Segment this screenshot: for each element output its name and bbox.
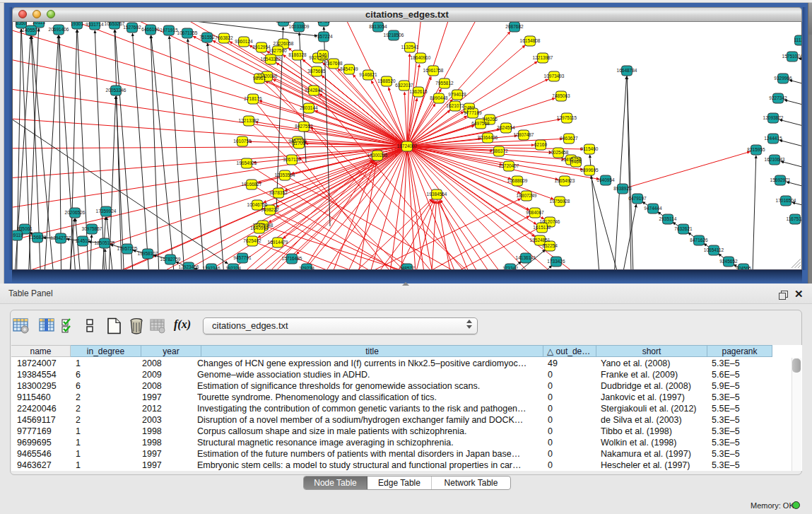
svg-text:85435: 85435 (317, 22, 330, 23)
svg-text:9327500: 9327500 (269, 48, 287, 53)
svg-text:2718176: 2718176 (244, 96, 262, 101)
svg-text:7955812: 7955812 (435, 81, 454, 86)
svg-text:192324: 192324 (225, 266, 241, 270)
svg-text:9084067: 9084067 (526, 210, 544, 215)
svg-text:19524851: 19524851 (530, 238, 551, 243)
svg-text:12213382: 12213382 (239, 118, 259, 123)
svg-text:16543382: 16543382 (261, 57, 281, 62)
svg-text:6899695: 6899695 (580, 168, 599, 173)
svg-text:9245652: 9245652 (719, 259, 738, 264)
svg-text:9360124: 9360124 (235, 39, 253, 44)
svg-text:9464: 9464 (571, 159, 582, 164)
svg-text:19654923: 19654923 (555, 178, 575, 183)
svg-text:7386372: 7386372 (490, 148, 508, 153)
svg-text:8938923: 8938923 (613, 186, 632, 191)
svg-text:8912954: 8912954 (252, 45, 271, 49)
svg-text:23226058: 23226058 (273, 41, 294, 46)
svg-text:2087682: 2087682 (505, 24, 524, 29)
svg-text:1156829: 1156829 (29, 235, 47, 240)
svg-text:7632621: 7632621 (674, 226, 693, 231)
svg-text:9794028: 9794028 (448, 92, 466, 97)
svg-text:8454749: 8454749 (340, 66, 358, 71)
svg-text:30975867: 30975867 (82, 226, 102, 231)
svg-text:114519: 114519 (75, 238, 90, 243)
svg-text:10653267: 10653267 (105, 22, 125, 26)
svg-text:62160: 62160 (534, 142, 547, 147)
svg-text:1640954: 1640954 (596, 177, 615, 182)
svg-text:948577: 948577 (399, 266, 415, 270)
svg-text:15692971: 15692971 (770, 177, 791, 182)
svg-text:20691406: 20691406 (49, 27, 69, 32)
svg-text:6479197: 6479197 (628, 196, 647, 201)
svg-text:16120746: 16120746 (540, 219, 560, 224)
svg-text:10046756: 10046756 (247, 202, 268, 207)
svg-text:1527602: 1527602 (123, 25, 141, 30)
svg-text:1733426: 1733426 (547, 259, 565, 264)
svg-text:6497568: 6497568 (471, 121, 490, 126)
svg-text:15720407: 15720407 (499, 163, 519, 168)
svg-text:1640994: 1640994 (250, 226, 269, 230)
svg-text:751552: 751552 (199, 35, 215, 40)
svg-text:12093872: 12093872 (763, 115, 784, 120)
svg-text:18300295: 18300295 (367, 153, 388, 158)
svg-text:19218506: 19218506 (384, 33, 404, 37)
svg-text:9227342: 9227342 (769, 95, 787, 100)
svg-text:15751074: 15751074 (782, 54, 802, 59)
svg-text:9329966: 9329966 (774, 76, 792, 81)
svg-text:9242848: 9242848 (305, 88, 323, 93)
svg-text:9463627: 9463627 (560, 136, 578, 141)
svg-text:11700: 11700 (293, 141, 305, 146)
svg-text:7663822: 7663822 (215, 35, 233, 40)
svg-text:3624554: 3624554 (497, 125, 515, 130)
svg-text:14136141: 14136141 (516, 255, 536, 260)
svg-text:20053346: 20053346 (106, 88, 126, 93)
svg-text:7485063: 7485063 (552, 93, 570, 98)
svg-text:835061: 835061 (17, 226, 33, 231)
svg-text:9457791: 9457791 (233, 255, 252, 260)
svg-text:1071915: 1071915 (160, 28, 178, 33)
svg-text:16033809: 16033809 (289, 24, 310, 29)
svg-text:12923466: 12923466 (179, 264, 199, 269)
svg-text:17359924: 17359924 (96, 209, 117, 214)
svg-text:10654112: 10654112 (704, 247, 724, 252)
svg-text:39119: 39119 (13, 233, 23, 238)
svg-text:2367608: 2367608 (324, 61, 343, 66)
svg-text:12213987: 12213987 (533, 55, 553, 60)
svg-text:1615132: 1615132 (533, 225, 551, 230)
svg-text:98961: 98961 (253, 76, 266, 81)
svg-text:19384554: 19384554 (427, 192, 447, 197)
svg-text:160338: 160338 (276, 22, 291, 23)
svg-text:15716485: 15716485 (282, 256, 302, 261)
svg-text:19301: 19301 (71, 22, 83, 26)
svg-text:129234: 129234 (299, 266, 314, 270)
svg-text:1405572: 1405572 (22, 28, 40, 33)
svg-text:1244415: 1244415 (764, 136, 782, 141)
svg-text:16961758: 16961758 (423, 68, 444, 73)
svg-text:20206526: 20206526 (65, 210, 86, 215)
svg-text:18640910: 18640910 (411, 55, 431, 60)
svg-text:6322037: 6322037 (395, 83, 413, 88)
svg-text:10688609: 10688609 (507, 178, 528, 183)
svg-text:17016504: 17016504 (776, 198, 796, 203)
svg-text:7357224: 7357224 (314, 34, 333, 39)
svg-text:9474444: 9474444 (644, 206, 662, 211)
svg-text:746266: 746266 (482, 117, 498, 122)
svg-text:924565: 924565 (736, 266, 751, 270)
svg-text:9498222: 9498222 (261, 207, 279, 212)
svg-text:8215955: 8215955 (747, 147, 765, 152)
svg-text:8186328: 8186328 (288, 52, 307, 57)
svg-text:1588520: 1588520 (377, 78, 396, 83)
svg-text:19958107: 19958107 (138, 251, 158, 256)
svg-text:1010755: 1010755 (233, 139, 252, 144)
svg-text:8878352: 8878352 (269, 190, 288, 195)
svg-text:19756928: 19756928 (550, 199, 570, 204)
svg-text:252254: 252254 (542, 243, 558, 248)
svg-text:8350: 8350 (16, 22, 27, 25)
svg-text:9777169: 9777169 (464, 110, 482, 115)
svg-text:10973493: 10973493 (544, 74, 565, 78)
svg-text:20113: 20113 (33, 22, 45, 25)
svg-text:546: 546 (319, 52, 327, 57)
svg-text:2803144: 2803144 (300, 105, 318, 110)
svg-text:3267110: 3267110 (283, 157, 301, 162)
svg-text:7625402: 7625402 (243, 238, 261, 243)
